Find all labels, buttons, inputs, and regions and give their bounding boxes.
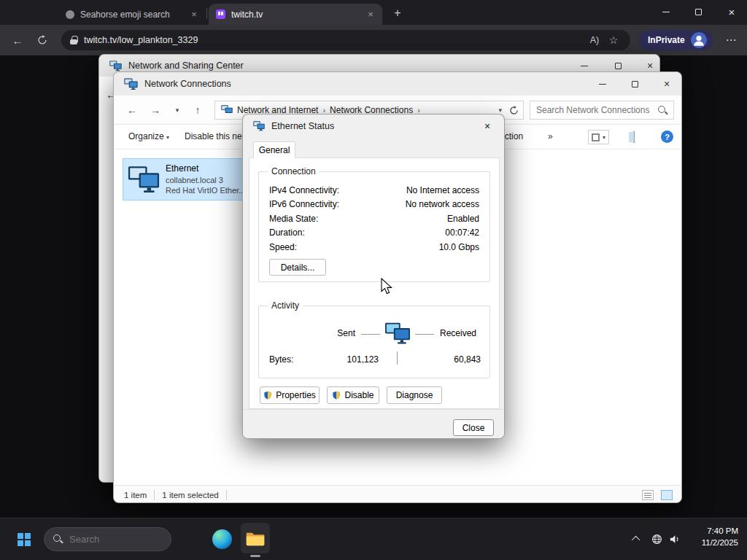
browser-tab-strip: Seahorse emoji search × twitch.tv × + ×	[0, 0, 747, 25]
nc-titlebar[interactable]: Network Connections ×	[114, 72, 681, 96]
connection-name: Ethernet	[166, 163, 245, 174]
favorites-star-icon[interactable]: ☆	[604, 34, 623, 46]
browser-maximize-button[interactable]	[683, 0, 713, 23]
details-view-button[interactable]	[642, 490, 654, 500]
active-app-indicator	[250, 555, 260, 557]
nc-window-title: Network Connections	[144, 79, 231, 89]
nc-back-button[interactable]: ←	[123, 101, 142, 119]
dialog-title: Ethernet Status	[271, 121, 334, 131]
nc-status-bar: 1 item 1 item selected	[114, 485, 682, 503]
activity-computers-icon	[384, 322, 411, 345]
preview-pane-button[interactable]	[633, 131, 635, 143]
tab-title: twitch.tv	[231, 9, 359, 20]
disable-button[interactable]: Disable	[327, 386, 379, 404]
ethernet-status-dialog: Ethernet Status × General Connection IPv…	[242, 114, 505, 439]
media-state-row: Media State:Enabled	[259, 211, 489, 226]
close-button[interactable]: Close	[453, 419, 494, 436]
url-input[interactable]	[84, 35, 585, 45]
icons-view-button[interactable]	[661, 490, 673, 500]
ethernet-status-icon	[253, 121, 265, 131]
activity-group-label: Activity	[268, 300, 303, 311]
command-overflow-icon[interactable]: »	[548, 131, 553, 141]
browser-minimize-button[interactable]	[651, 0, 681, 23]
dialog-bottom-bar: Close	[243, 409, 504, 439]
nc-minimize-button[interactable]	[588, 72, 617, 96]
view-grid-icon	[592, 133, 600, 141]
inprivate-badge[interactable]: InPrivate	[639, 30, 713, 50]
tab-close-icon[interactable]: ×	[188, 9, 200, 20]
bytes-divider	[397, 351, 398, 365]
address-bar[interactable]: A) ☆	[61, 30, 630, 50]
status-selected-count: 1 item selected	[162, 491, 218, 499]
connection-domain: collabnet.local 3	[166, 175, 245, 185]
profile-avatar[interactable]	[691, 32, 707, 48]
taskbar-search-input[interactable]	[69, 534, 150, 545]
edge-taskbar-icon[interactable]	[212, 529, 232, 549]
tab-separator	[206, 8, 207, 19]
network-icon	[109, 61, 122, 71]
taskbar-search[interactable]	[44, 527, 171, 551]
lock-icon	[70, 36, 77, 45]
received-label: Received	[440, 328, 476, 338]
tab-close-icon[interactable]: ×	[365, 9, 376, 20]
bytes-received-value: 60,843	[405, 354, 481, 365]
browser-tab-twitch[interactable]: twitch.tv ×	[209, 4, 382, 25]
browser-refresh-button[interactable]	[32, 31, 53, 50]
dialog-close-icon[interactable]: ×	[475, 114, 500, 138]
tab-favicon-icon	[66, 10, 74, 19]
properties-button[interactable]: Properties	[260, 386, 320, 404]
globe-icon	[651, 534, 662, 545]
dialog-titlebar[interactable]: Ethernet Status ×	[243, 114, 504, 138]
uac-shield-icon	[332, 391, 341, 400]
chevron-up-icon	[632, 536, 640, 544]
browser-tab-seahorse[interactable]: Seahorse emoji search ×	[58, 4, 206, 25]
address-dropdown-icon[interactable]: ▾	[498, 106, 502, 114]
nc-maximize-button[interactable]	[620, 72, 649, 96]
browser-navbar: ← A) ☆ InPrivate ⋯	[0, 25, 747, 55]
start-button[interactable]	[18, 533, 31, 546]
nc-search-box[interactable]	[530, 101, 674, 120]
ethernet-adapter-icon	[128, 166, 160, 194]
connection-groupbox: Connection IPv4 Connectivity:No Internet…	[258, 171, 490, 282]
dropdown-icon: ▾	[166, 134, 169, 141]
browser-menu-button[interactable]: ⋯	[721, 31, 741, 50]
tab-title: Seahorse emoji search	[80, 9, 182, 20]
status-item-count: 1 item	[124, 491, 147, 499]
refresh-icon[interactable]	[509, 106, 519, 115]
twitch-favicon-icon	[216, 9, 225, 19]
view-mode-selector[interactable]: ▾	[588, 130, 609, 144]
tray-overflow-button[interactable]	[627, 518, 646, 560]
diagnose-button[interactable]: Diagnose	[387, 386, 442, 404]
ipv4-row: IPv4 Connectivity:No Internet access	[259, 183, 489, 198]
read-aloud-icon[interactable]: A)	[585, 35, 604, 45]
nc-forward-button[interactable]: →	[146, 101, 165, 119]
search-icon[interactable]	[658, 106, 667, 115]
speed-row: Speed:10.0 Gbps	[259, 240, 489, 254]
dropdown-icon: ▾	[603, 134, 605, 141]
file-explorer-taskbar-icon[interactable]	[241, 523, 270, 553]
bytes-label: Bytes:	[269, 354, 293, 365]
help-button[interactable]: ?	[661, 131, 673, 143]
clock-time: 7:40 PM	[678, 525, 738, 537]
organize-menu[interactable]: Organize ▾	[128, 131, 169, 141]
taskbar-clock[interactable]: 7:40 PM 11/2/2025	[678, 525, 738, 548]
duration-row: Duration:00:07:42	[259, 226, 489, 241]
browser-back-button[interactable]: ←	[7, 31, 28, 50]
uac-shield-icon	[263, 391, 272, 400]
nsc-window-title: Network and Sharing Center	[128, 61, 244, 71]
details-button[interactable]: Details...	[269, 259, 326, 276]
dialog-tab-page: Connection IPv4 Connectivity:No Internet…	[249, 158, 500, 409]
tab-general[interactable]: General	[253, 141, 295, 158]
browser-close-button[interactable]: ×	[716, 0, 747, 23]
network-tray-icon[interactable]	[648, 518, 665, 560]
inprivate-label: InPrivate	[648, 35, 685, 45]
nc-history-dropdown-icon[interactable]: ▾	[168, 101, 187, 119]
activity-groupbox: Activity Sent Received Bytes: 101,123 60…	[258, 306, 490, 378]
folder-icon	[245, 530, 266, 547]
activity-connector-line	[415, 334, 434, 335]
nc-search-input[interactable]	[536, 105, 658, 115]
nc-close-button[interactable]: ×	[652, 72, 681, 96]
activity-connector-line	[361, 334, 380, 335]
nc-up-button[interactable]: ↑	[188, 101, 207, 119]
new-tab-button[interactable]: +	[388, 4, 407, 22]
